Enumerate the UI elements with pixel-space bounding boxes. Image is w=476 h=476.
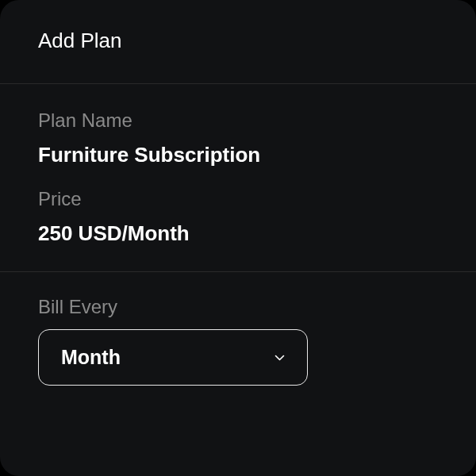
plan-name-label: Plan Name bbox=[38, 109, 438, 132]
bill-every-value: Month bbox=[61, 346, 121, 369]
plan-name-field: Plan Name Furniture Subscription bbox=[38, 109, 438, 167]
billing-section: Bill Every Month bbox=[0, 272, 476, 411]
bill-every-label: Bill Every bbox=[38, 296, 438, 318]
price-value[interactable]: 250 USD/Month bbox=[38, 221, 438, 246]
add-plan-card: Add Plan Plan Name Furniture Subscriptio… bbox=[0, 0, 476, 476]
chevron-down-icon bbox=[274, 352, 285, 363]
bill-every-dropdown[interactable]: Month bbox=[38, 329, 308, 386]
card-header: Add Plan bbox=[0, 0, 476, 84]
price-label: Price bbox=[38, 188, 438, 210]
plan-details-section: Plan Name Furniture Subscription Price 2… bbox=[0, 84, 476, 272]
price-field: Price 250 USD/Month bbox=[38, 188, 438, 246]
page-title: Add Plan bbox=[38, 29, 438, 53]
plan-name-value[interactable]: Furniture Subscription bbox=[38, 143, 438, 167]
